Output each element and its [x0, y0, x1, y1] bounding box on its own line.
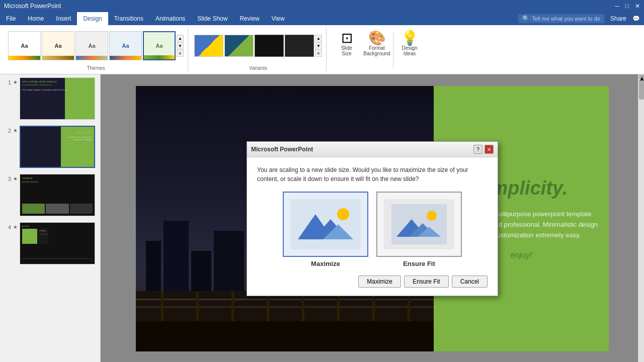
main-area: 1 ★ we're a design studio based on a sma…: [0, 74, 644, 362]
separator: [393, 31, 393, 68]
variant-3[interactable]: [255, 35, 284, 57]
maximize-option[interactable]: Maximize: [283, 192, 368, 267]
comment-icon[interactable]: 💬: [632, 15, 640, 22]
slide-item-2[interactable]: 2 ★ simplicity. simplicity is a multipur…: [2, 125, 98, 169]
scroll-up[interactable]: ▲: [177, 35, 184, 42]
dialog-titlebar: Microsoft PowerPoint ? ✕: [247, 142, 498, 157]
dialog-help-btn[interactable]: ?: [473, 145, 482, 154]
slide-star-4: ★: [13, 222, 18, 230]
slide-item-4[interactable]: 4 ★ general. simplicity. text text text …: [2, 221, 98, 265]
slide-thumb-4[interactable]: general. simplicity. text text text ©01: [20, 222, 95, 264]
search-placeholder[interactable]: Tell me what you want to do: [532, 16, 600, 22]
svg-point-11: [427, 211, 437, 221]
slide-size-icon: ⊡: [341, 31, 353, 45]
slide-num-3: 3: [3, 174, 11, 182]
variant-4[interactable]: [285, 35, 314, 57]
ribbon-tabs: File Home Insert Design Transitions Anim…: [0, 12, 291, 25]
theme-5-selected[interactable]: Aa: [143, 31, 176, 60]
slide-size-label: SlideSize: [341, 45, 352, 56]
maximize-btn[interactable]: Maximize: [358, 276, 401, 288]
variant-scroll-up[interactable]: ▲: [315, 35, 322, 42]
maximize-label: Maximize: [311, 260, 340, 267]
themes-group: Aa Aa Aa Aa: [4, 27, 188, 72]
search-box[interactable]: 🔍 Tell me what you want to do: [518, 14, 604, 23]
dialog: Microsoft PowerPoint ? ✕ You are scaling…: [247, 141, 498, 296]
slide-item-3[interactable]: 3 ★ simplicity. text here text here: [2, 173, 98, 217]
variant-2[interactable]: [224, 35, 254, 57]
theme-scroll[interactable]: ▲ ▼ ≡: [177, 35, 184, 57]
format-background-icon: 🎨: [368, 31, 386, 45]
slide-thumb-1[interactable]: we're a design studio based on a small t…: [20, 77, 95, 120]
slide-panel: 1 ★ we're a design studio based on a sma…: [0, 74, 101, 362]
slide-item-1[interactable]: 1 ★ we're a design studio based on a sma…: [2, 76, 98, 121]
ensure-fit-option[interactable]: Ensure Fit: [376, 192, 462, 267]
svg-point-4: [337, 208, 349, 220]
theme-4[interactable]: Aa: [109, 31, 142, 60]
cancel-btn[interactable]: Cancel: [452, 276, 488, 288]
tab-view[interactable]: View: [266, 12, 291, 25]
tab-design[interactable]: Design: [77, 12, 108, 25]
slide-thumb-2[interactable]: simplicity. simplicity is a multipurpose…: [20, 126, 95, 168]
svg-rect-5: [290, 239, 361, 249]
format-background-label: FormatBackground: [363, 45, 390, 56]
slide-num-1: 1: [3, 77, 11, 85]
themes-inner: Aa Aa Aa Aa: [8, 27, 184, 64]
ensure-fit-label: Ensure Fit: [403, 260, 435, 267]
variant-scroll-more[interactable]: ≡: [315, 50, 322, 57]
theme-1[interactable]: Aa: [8, 31, 41, 60]
tab-slideshow[interactable]: Slide Show: [191, 12, 233, 25]
slide-star-3: ★: [13, 174, 18, 182]
dialog-message: You are scaling to a new slide size. Wou…: [257, 165, 488, 184]
slide-area: simplicity. simplicity is a multipurpose…: [101, 74, 644, 362]
share-label[interactable]: Share: [610, 15, 626, 22]
variants-label: Variants: [249, 64, 267, 72]
dialog-controls: ? ✕: [473, 145, 494, 154]
ribbon-search-area: 🔍 Tell me what you want to do Share 💬: [514, 14, 644, 23]
tab-animations[interactable]: Animations: [149, 12, 191, 25]
theme-2[interactable]: Aa: [42, 31, 74, 60]
dialog-body: You are scaling to a new slide size. Wou…: [247, 157, 498, 296]
tab-file[interactable]: File: [0, 12, 22, 25]
dialog-title: Microsoft PowerPoint: [251, 146, 313, 153]
restore-btn[interactable]: □: [625, 3, 629, 10]
tab-insert[interactable]: Insert: [50, 12, 77, 25]
ensure-fit-svg: [381, 197, 457, 252]
maximize-preview[interactable]: [283, 192, 368, 257]
design-ideas-icon: 💡: [401, 31, 419, 45]
window-controls[interactable]: ─ □ ✕: [615, 3, 640, 10]
dialog-buttons: Maximize Ensure Fit Cancel: [257, 276, 488, 288]
ensure-fit-btn[interactable]: Ensure Fit: [404, 276, 449, 288]
ribbon-content: Aa Aa Aa Aa: [0, 25, 644, 74]
dialog-close-btn[interactable]: ✕: [485, 145, 494, 154]
app-title: Microsoft PowerPoint: [4, 3, 61, 10]
scroll-down[interactable]: ▼: [177, 42, 184, 49]
variant-scroll-down[interactable]: ▼: [315, 42, 322, 49]
tab-transitions[interactable]: Transitions: [108, 12, 149, 25]
theme-3[interactable]: Aa: [75, 31, 108, 60]
variant-boxes: ▲ ▼ ≡: [194, 35, 322, 57]
minimize-btn[interactable]: ─: [615, 3, 619, 10]
variants-inner: ▲ ▼ ≡: [194, 27, 322, 64]
slide-size-btn[interactable]: ⊡ SlideSize: [333, 29, 361, 70]
dialog-overlay: Microsoft PowerPoint ? ✕ You are scaling…: [101, 74, 644, 362]
close-btn[interactable]: ✕: [635, 3, 640, 10]
ensure-fit-preview[interactable]: [376, 192, 462, 257]
variants-group: ▲ ▼ ≡ Variants: [190, 27, 327, 72]
dialog-options: Maximize: [257, 192, 488, 267]
customize-group: ⊡ SlideSize 🎨 FormatBackground 💡 DesignI…: [329, 27, 428, 72]
format-background-btn[interactable]: 🎨 FormatBackground: [363, 29, 391, 70]
variant-scroll[interactable]: ▲ ▼ ≡: [315, 35, 322, 57]
variant-1[interactable]: [194, 35, 223, 57]
tab-review[interactable]: Review: [233, 12, 265, 25]
slide-star-1: ★: [13, 77, 18, 85]
search-icon: 🔍: [522, 15, 530, 22]
themes-label: Themes: [87, 64, 105, 72]
ribbon-tabs-row: File Home Insert Design Transitions Anim…: [0, 12, 644, 25]
scroll-more[interactable]: ≡: [177, 50, 184, 57]
svg-rect-7: [391, 204, 447, 244]
slide-thumb-3[interactable]: simplicity. text here text here: [20, 174, 95, 216]
tab-home[interactable]: Home: [22, 12, 50, 25]
design-ideas-btn[interactable]: 💡 DesignIdeas: [395, 29, 424, 70]
slide-star-2: ★: [13, 126, 18, 133]
slide-num-4: 4: [3, 222, 11, 230]
